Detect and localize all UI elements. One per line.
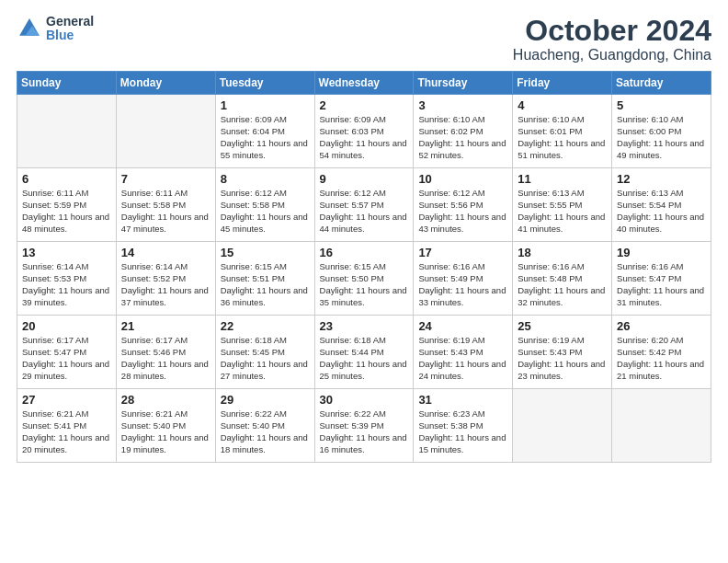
- weekday-header-friday: Friday: [513, 72, 612, 95]
- week-row-4: 20Sunrise: 6:17 AMSunset: 5:47 PMDayligh…: [17, 316, 711, 389]
- calendar-cell: 11Sunrise: 6:13 AMSunset: 5:55 PMDayligh…: [513, 168, 612, 242]
- day-number: 23: [320, 319, 409, 333]
- day-number: 13: [22, 246, 111, 259]
- day-info: Sunrise: 6:15 AMSunset: 5:51 PMDaylight:…: [221, 261, 310, 308]
- day-info: Sunrise: 6:18 AMSunset: 5:44 PMDaylight:…: [320, 335, 409, 382]
- calendar-cell: 19Sunrise: 6:16 AMSunset: 5:47 PMDayligh…: [612, 242, 711, 316]
- day-info: Sunrise: 6:12 AMSunset: 5:58 PMDaylight:…: [221, 188, 310, 235]
- calendar-cell: 14Sunrise: 6:14 AMSunset: 5:52 PMDayligh…: [116, 242, 215, 316]
- calendar-cell: 15Sunrise: 6:15 AMSunset: 5:51 PMDayligh…: [215, 242, 314, 316]
- calendar-cell: 23Sunrise: 6:18 AMSunset: 5:44 PMDayligh…: [314, 316, 414, 389]
- day-number: 24: [418, 319, 507, 333]
- logo-text: General Blue: [46, 15, 94, 43]
- calendar-cell: [116, 95, 215, 168]
- day-info: Sunrise: 6:16 AMSunset: 5:48 PMDaylight:…: [518, 261, 607, 308]
- day-number: 1: [221, 98, 310, 112]
- day-info: Sunrise: 6:19 AMSunset: 5:43 PMDaylight:…: [518, 335, 607, 382]
- day-info: Sunrise: 6:18 AMSunset: 5:45 PMDaylight:…: [221, 335, 310, 382]
- weekday-header-thursday: Thursday: [414, 72, 513, 95]
- week-row-1: 1Sunrise: 6:09 AMSunset: 6:04 PMDaylight…: [17, 95, 711, 168]
- weekday-header-row: SundayMondayTuesdayWednesdayThursdayFrid…: [17, 72, 711, 95]
- calendar-cell: [17, 95, 117, 168]
- day-number: 6: [22, 172, 111, 186]
- calendar-cell: 10Sunrise: 6:12 AMSunset: 5:56 PMDayligh…: [414, 168, 513, 242]
- calendar-cell: 25Sunrise: 6:19 AMSunset: 5:43 PMDayligh…: [513, 316, 612, 389]
- day-info: Sunrise: 6:14 AMSunset: 5:52 PMDaylight:…: [121, 261, 210, 308]
- day-info: Sunrise: 6:09 AMSunset: 6:03 PMDaylight:…: [320, 114, 409, 161]
- day-info: Sunrise: 6:21 AMSunset: 5:40 PMDaylight:…: [121, 408, 210, 455]
- day-number: 16: [320, 246, 409, 259]
- day-info: Sunrise: 6:22 AMSunset: 5:39 PMDaylight:…: [320, 408, 409, 455]
- calendar-cell: 1Sunrise: 6:09 AMSunset: 6:04 PMDaylight…: [215, 95, 314, 168]
- calendar-table: SundayMondayTuesdayWednesdayThursdayFrid…: [17, 71, 711, 463]
- day-number: 27: [22, 393, 111, 407]
- calendar-cell: 17Sunrise: 6:16 AMSunset: 5:49 PMDayligh…: [414, 242, 513, 316]
- day-info: Sunrise: 6:16 AMSunset: 5:49 PMDaylight:…: [418, 261, 507, 308]
- day-info: Sunrise: 6:11 AMSunset: 5:59 PMDaylight:…: [22, 188, 111, 235]
- weekday-header-tuesday: Tuesday: [215, 72, 314, 95]
- day-number: 14: [121, 246, 210, 259]
- calendar-cell: 2Sunrise: 6:09 AMSunset: 6:03 PMDaylight…: [314, 95, 414, 168]
- calendar-cell: 4Sunrise: 6:10 AMSunset: 6:01 PMDaylight…: [513, 95, 612, 168]
- day-info: Sunrise: 6:19 AMSunset: 5:43 PMDaylight:…: [418, 335, 507, 382]
- weekday-header-monday: Monday: [116, 72, 215, 95]
- calendar-cell: 22Sunrise: 6:18 AMSunset: 5:45 PMDayligh…: [215, 316, 314, 389]
- day-number: 18: [518, 246, 607, 259]
- day-number: 30: [320, 393, 409, 407]
- weekday-header-wednesday: Wednesday: [314, 72, 414, 95]
- calendar-cell: 16Sunrise: 6:15 AMSunset: 5:50 PMDayligh…: [314, 242, 414, 316]
- calendar-cell: 29Sunrise: 6:22 AMSunset: 5:40 PMDayligh…: [215, 389, 314, 463]
- day-info: Sunrise: 6:22 AMSunset: 5:40 PMDaylight:…: [221, 408, 310, 455]
- day-info: Sunrise: 6:17 AMSunset: 5:47 PMDaylight:…: [22, 335, 111, 382]
- day-number: 25: [518, 319, 607, 333]
- calendar-cell: 31Sunrise: 6:23 AMSunset: 5:38 PMDayligh…: [414, 389, 513, 463]
- logo-line1: General: [46, 15, 94, 29]
- header: General Blue October 2024 Huacheng, Guan…: [17, 15, 711, 63]
- day-info: Sunrise: 6:12 AMSunset: 5:56 PMDaylight:…: [418, 188, 507, 235]
- calendar-cell: 30Sunrise: 6:22 AMSunset: 5:39 PMDayligh…: [314, 389, 414, 463]
- day-number: 15: [221, 246, 310, 259]
- calendar-cell: [513, 389, 612, 463]
- calendar-cell: 7Sunrise: 6:11 AMSunset: 5:58 PMDaylight…: [116, 168, 215, 242]
- day-number: 20: [22, 319, 111, 333]
- day-info: Sunrise: 6:10 AMSunset: 6:00 PMDaylight:…: [617, 114, 706, 161]
- weekday-header-saturday: Saturday: [612, 72, 711, 95]
- generalblue-logo-icon: [17, 16, 42, 41]
- day-info: Sunrise: 6:11 AMSunset: 5:58 PMDaylight:…: [121, 188, 210, 235]
- day-number: 12: [617, 172, 706, 186]
- day-number: 22: [221, 319, 310, 333]
- day-info: Sunrise: 6:21 AMSunset: 5:41 PMDaylight:…: [22, 408, 111, 455]
- day-number: 8: [221, 172, 310, 186]
- day-number: 17: [418, 246, 507, 259]
- day-info: Sunrise: 6:12 AMSunset: 5:57 PMDaylight:…: [320, 188, 409, 235]
- day-number: 5: [617, 98, 706, 112]
- week-row-5: 27Sunrise: 6:21 AMSunset: 5:41 PMDayligh…: [17, 389, 711, 463]
- calendar-cell: 21Sunrise: 6:17 AMSunset: 5:46 PMDayligh…: [116, 316, 215, 389]
- calendar-cell: 8Sunrise: 6:12 AMSunset: 5:58 PMDaylight…: [215, 168, 314, 242]
- day-number: 10: [418, 172, 507, 186]
- logo: General Blue: [17, 15, 94, 43]
- day-info: Sunrise: 6:13 AMSunset: 5:54 PMDaylight:…: [617, 188, 706, 235]
- day-number: 9: [320, 172, 409, 186]
- day-number: 7: [121, 172, 210, 186]
- weekday-header-sunday: Sunday: [17, 72, 117, 95]
- calendar-cell: 28Sunrise: 6:21 AMSunset: 5:40 PMDayligh…: [116, 389, 215, 463]
- week-row-2: 6Sunrise: 6:11 AMSunset: 5:59 PMDaylight…: [17, 168, 711, 242]
- calendar-cell: 3Sunrise: 6:10 AMSunset: 6:02 PMDaylight…: [414, 95, 513, 168]
- day-number: 29: [221, 393, 310, 407]
- day-info: Sunrise: 6:15 AMSunset: 5:50 PMDaylight:…: [320, 261, 409, 308]
- day-number: 21: [121, 319, 210, 333]
- calendar-cell: 12Sunrise: 6:13 AMSunset: 5:54 PMDayligh…: [612, 168, 711, 242]
- day-number: 2: [320, 98, 409, 112]
- day-info: Sunrise: 6:20 AMSunset: 5:42 PMDaylight:…: [617, 335, 706, 382]
- day-info: Sunrise: 6:09 AMSunset: 6:04 PMDaylight:…: [221, 114, 310, 161]
- calendar-cell: 27Sunrise: 6:21 AMSunset: 5:41 PMDayligh…: [17, 389, 117, 463]
- week-row-3: 13Sunrise: 6:14 AMSunset: 5:53 PMDayligh…: [17, 242, 711, 316]
- page: General Blue October 2024 Huacheng, Guan…: [0, 0, 728, 563]
- calendar-cell: [612, 389, 711, 463]
- day-info: Sunrise: 6:10 AMSunset: 6:02 PMDaylight:…: [418, 114, 507, 161]
- day-number: 26: [617, 319, 706, 333]
- calendar-title: October 2024: [513, 15, 711, 47]
- calendar-cell: 13Sunrise: 6:14 AMSunset: 5:53 PMDayligh…: [17, 242, 117, 316]
- calendar-cell: 6Sunrise: 6:11 AMSunset: 5:59 PMDaylight…: [17, 168, 117, 242]
